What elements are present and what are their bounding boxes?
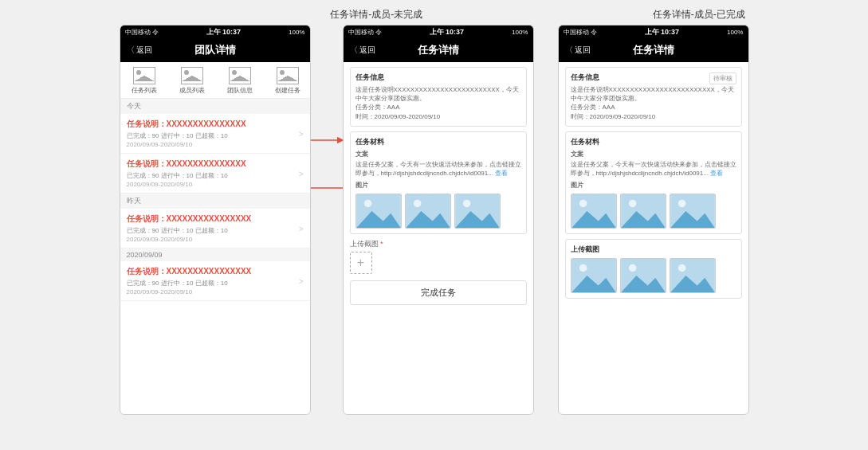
- svg-point-21: [579, 264, 587, 272]
- task-material-section: 任务材料 文案 这是任务父案，今天有一次快速活动快来参加，点击链接立即参与，ht…: [350, 131, 527, 234]
- tab-member-list[interactable]: 成员列表: [168, 67, 216, 95]
- right-material-link[interactable]: 查看: [710, 170, 723, 177]
- middle-nav-title: 任务详情: [418, 43, 459, 57]
- image-thumb-1[interactable]: [355, 194, 402, 229]
- gap-area: [534, 25, 558, 415]
- right-upload-title: 上传截图: [571, 245, 736, 255]
- material-text: 这是任务父案，今天有一次快速活动快来参加，点击链接立即参与，http://djs…: [355, 160, 521, 178]
- svg-point-12: [579, 199, 587, 207]
- right-task-time: 时间：2020/09/09-2020/09/10: [571, 112, 736, 121]
- task-item[interactable]: 任务说明：XXXXXXXXXXXXXXXX 已完成：90 进行中：10 已超额：…: [120, 261, 310, 301]
- right-image-label: 图片: [571, 181, 736, 190]
- task-time: 时间：2020/09/09-2020/09/10: [355, 112, 521, 121]
- upload-button[interactable]: +: [350, 252, 372, 274]
- left-nav-title: 团队详情: [194, 43, 236, 57]
- date-group-today: 今天: [120, 99, 310, 114]
- material-subsection: 文案: [355, 150, 521, 158]
- image-label: 图片: [355, 181, 521, 190]
- left-phone: 中国移动 令 上午 10:37 100% 〈 返回 团队详情 任务列表 成员列表…: [120, 25, 311, 415]
- middle-carrier: 中国移动 令: [348, 28, 382, 37]
- task-stats: 已完成：90 进行中：10 已超额：10: [127, 279, 304, 288]
- right-material-text: 这是任务父案，今天有一次快速活动快来参加，点击链接立即参与，http://djs…: [571, 160, 736, 178]
- task-item[interactable]: 任务说明：XXXXXXXXXXXXXXX 已完成：90 进行中：10 已超额：1…: [120, 154, 310, 194]
- left-status-bar: 中国移动 令 上午 10:37 100%: [120, 25, 310, 38]
- image-thumb-2[interactable]: [405, 194, 451, 229]
- uploaded-thumb-2[interactable]: [620, 258, 666, 293]
- middle-back-button[interactable]: 〈 返回: [350, 45, 376, 56]
- tab-team-info-label: 团队信息: [227, 86, 253, 95]
- task-stats: 已完成：90 进行中：10 已超额：10: [127, 171, 304, 180]
- right-back-button[interactable]: 〈 返回: [565, 45, 591, 56]
- svg-point-27: [678, 264, 685, 272]
- upload-section: 上传截图 * +: [350, 239, 527, 274]
- image-row: [355, 194, 521, 229]
- task-date: 2020/09/09-2020/09/10: [127, 181, 304, 188]
- right-status-bar: 中国移动 令 上午 10:37 100%: [559, 25, 748, 38]
- right-task-info-title: 任务信息: [571, 72, 599, 83]
- right-task-material-title: 任务材料: [571, 137, 736, 147]
- create-task-icon: [277, 67, 299, 84]
- right-image-thumb-2[interactable]: [620, 194, 666, 229]
- tab-task-list[interactable]: 任务列表: [120, 67, 168, 95]
- right-nav: 〈 返回 任务详情: [559, 38, 748, 62]
- task-title: 任务说明：XXXXXXXXXXXXXXX: [127, 119, 304, 130]
- uploaded-thumb-1[interactable]: [571, 258, 617, 293]
- tab-create-task[interactable]: 创建任务: [264, 67, 311, 95]
- uploaded-thumb-3[interactable]: [670, 258, 716, 293]
- material-link[interactable]: 查看: [495, 170, 508, 177]
- task-date: 2020/09/09-2020/09/10: [127, 141, 304, 148]
- right-nav-title: 任务详情: [633, 43, 674, 57]
- left-time: 上午 10:37: [206, 27, 242, 37]
- date-group-yesterday: 昨天: [120, 194, 310, 209]
- tab-bar: 任务列表 成员列表 团队信息 创建任务: [120, 62, 311, 99]
- left-spacer: [16, 8, 207, 22]
- middle-status-bar: 中国移动 令 上午 10:37 100%: [344, 25, 533, 38]
- team-info-icon: [229, 67, 251, 84]
- right-carrier: 中国移动 令: [564, 28, 597, 37]
- complete-task-button[interactable]: 完成任务: [350, 280, 527, 305]
- task-info-title: 任务信息: [355, 72, 521, 83]
- tab-team-info[interactable]: 团队信息: [216, 67, 264, 95]
- upload-label-text: 上传截图: [350, 240, 379, 248]
- tab-member-list-label: 成员列表: [179, 86, 205, 95]
- task-item[interactable]: 任务说明：XXXXXXXXXXXXXXXX 已完成：90 进行中：10 已超额：…: [120, 209, 310, 248]
- right-upload-section: 上传截图: [565, 239, 742, 299]
- task-item[interactable]: 任务说明：XXXXXXXXXXXXXXX 已完成：90 进行中：10 已超额：1…: [120, 114, 310, 154]
- middle-phone: 中国移动 令 上午 10:37 100% 〈 返回 任务详情 任务信息 这是任务…: [343, 25, 534, 415]
- svg-point-24: [628, 264, 636, 272]
- svg-point-3: [363, 199, 371, 207]
- task-title: 任务说明：XXXXXXXXXXXXXXXX: [127, 213, 304, 225]
- upload-label: 上传截图 *: [350, 239, 527, 249]
- right-material-subsection: 文案: [571, 150, 736, 158]
- right-task-info-section: 任务信息 待审核 这是任务说明XXXXXXXXXXXXXXXXXXXXXXXXX…: [565, 67, 742, 127]
- task-material-title: 任务材料: [355, 137, 521, 147]
- right-image-thumb-3[interactable]: [670, 194, 716, 229]
- upload-required: *: [380, 240, 383, 248]
- right-image-row: [571, 194, 736, 229]
- right-time: 上午 10:37: [645, 27, 680, 37]
- task-stats: 已完成：90 进行中：10 已超额：10: [127, 131, 304, 140]
- right-task-material-section: 任务材料 文案 这是任务父案，今天有一次快速活动快来参加，点击链接立即参与，ht…: [565, 131, 742, 234]
- middle-time: 上午 10:37: [430, 27, 465, 37]
- left-back-button[interactable]: 〈 返回: [127, 45, 153, 56]
- left-battery: 100%: [289, 29, 304, 36]
- task-list-icon: [133, 67, 155, 84]
- middle-scroll: 任务信息 这是任务说明XXXXXXXXXXXXXXXXXXXXXXXXX，今天中…: [344, 62, 533, 415]
- svg-point-18: [678, 199, 685, 207]
- task-category: 任务分类：AAA: [355, 103, 521, 112]
- left-nav: 〈 返回 团队详情: [120, 38, 310, 62]
- image-thumb-3[interactable]: [454, 194, 501, 229]
- member-list-icon: [181, 67, 203, 84]
- right-page-title: 任务详情-成员-已完成: [546, 8, 853, 22]
- task-date: 2020/09/09-2020/09/10: [127, 288, 304, 295]
- task-list-scroll: 今天 任务说明：XXXXXXXXXXXXXXX 已完成：90 进行中：10 已超…: [120, 99, 310, 408]
- right-phone: 中国移动 令 上午 10:37 100% 〈 返回 任务详情 任务信息 待审核 …: [558, 25, 749, 415]
- task-date: 2020/09/09-2020/09/10: [127, 236, 304, 243]
- task-description: 这是任务说明XXXXXXXXXXXXXXXXXXXXXXXXX，今天中午大家分享…: [355, 85, 521, 103]
- center-page-title: 任务详情-成员-未完成: [223, 8, 530, 22]
- right-uploaded-images: [571, 258, 736, 293]
- right-image-thumb-1[interactable]: [571, 194, 617, 229]
- right-task-description: 这是任务说明XXXXXXXXXXXXXXXXXXXXXXXXX，今天中午大家分享…: [571, 85, 736, 103]
- task-title: 任务说明：XXXXXXXXXXXXXXXX: [127, 266, 304, 277]
- right-scroll: 任务信息 待审核 这是任务说明XXXXXXXXXXXXXXXXXXXXXXXXX…: [559, 62, 748, 415]
